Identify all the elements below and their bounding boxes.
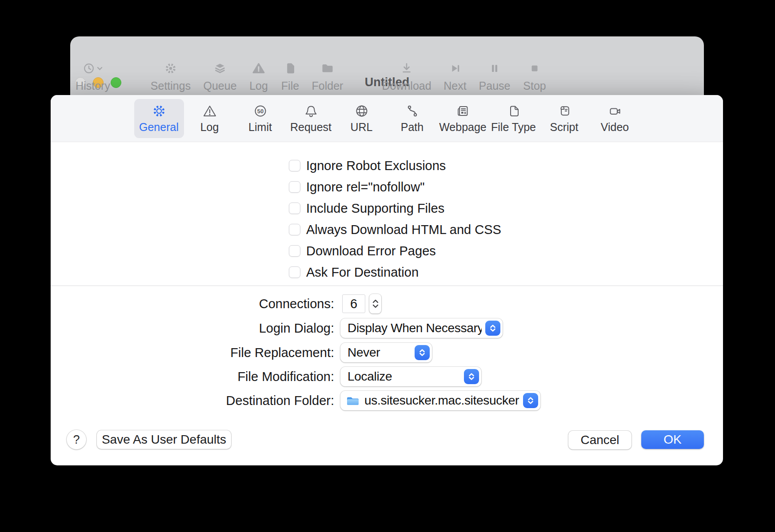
newspaper-icon (456, 104, 470, 118)
tab-url[interactable]: URL (337, 99, 387, 138)
ok-button[interactable]: OK (641, 430, 704, 449)
pause-icon (488, 61, 501, 75)
checkbox[interactable] (289, 224, 300, 235)
toolbar-label: Download (382, 79, 431, 92)
popup-chevrons-icon (485, 321, 500, 336)
toolbar-label: File (281, 79, 299, 92)
document-icon (284, 61, 297, 75)
checkbox-label: Ignore rel="nofollow" (306, 180, 424, 195)
tab-file-type[interactable]: File Type (489, 99, 539, 138)
toolbar-label: Settings (151, 79, 191, 92)
tab-label: Webpage (439, 121, 487, 134)
gear-icon (164, 61, 177, 75)
toolbar-item-stop[interactable]: Stop (506, 61, 563, 92)
popup-chevrons-icon (415, 345, 430, 360)
checkbox[interactable] (289, 181, 300, 193)
help-question-icon: ? (73, 433, 80, 447)
svg-text:50: 50 (257, 107, 263, 114)
settings-tabbar: General Log 50 Limit Request (51, 95, 723, 142)
point-to-point-icon (405, 104, 419, 118)
tab-request[interactable]: Request (286, 99, 336, 138)
destination-folder-popup[interactable]: us.sitesucker.mac.sitesucker (340, 391, 540, 410)
scroll-icon (557, 104, 571, 118)
tab-script[interactable]: Script (539, 99, 589, 138)
popup-chevrons-icon (464, 369, 479, 384)
tab-label: URL (350, 121, 372, 134)
checkbox-label: Always Download HTML and CSS (306, 222, 501, 237)
login-dialog-row: Login Dialog: Display When Necessary (51, 318, 503, 338)
popup-value: Never (348, 345, 411, 360)
tab-limit[interactable]: 50 Limit (236, 99, 285, 138)
skip-forward-icon (448, 61, 462, 75)
popup-value: us.sitesucker.mac.sitesucker (364, 393, 519, 408)
tab-webpage[interactable]: Webpage (438, 99, 488, 138)
popup-value: Localize (348, 369, 460, 384)
checkbox[interactable] (289, 266, 300, 278)
destination-folder-label: Destination Folder: (51, 393, 334, 408)
save-as-user-defaults-button[interactable]: Save As User Defaults (97, 430, 231, 449)
general-options: Ignore Robot Exclusions Ignore rel="nofo… (289, 155, 501, 283)
checkbox-label: Download Error Pages (306, 244, 436, 258)
stepper-up-icon (372, 298, 380, 303)
checkbox-label: Include Supporting Files (306, 201, 444, 216)
stop-icon (528, 61, 541, 75)
cancel-button[interactable]: Cancel (568, 431, 631, 449)
checkbox-row-include-supporting-files: Include Supporting Files (289, 198, 501, 219)
file-replacement-label: File Replacement: (51, 345, 334, 360)
login-dialog-popup[interactable]: Display When Necessary (340, 318, 503, 338)
checkbox[interactable] (289, 160, 300, 171)
tab-label: Log (200, 121, 219, 134)
folder-icon (346, 395, 360, 406)
file-modification-row: File Modification: Localize (51, 367, 481, 386)
warning-triangle-icon (203, 104, 217, 118)
checkbox-row-download-error-pages: Download Error Pages (289, 240, 501, 262)
tab-path[interactable]: Path (388, 99, 437, 138)
checkbox-row-ignore-robot-exclusions: Ignore Robot Exclusions (289, 155, 501, 176)
file-replacement-row: File Replacement: Never (51, 343, 432, 362)
connections-row: Connections: (51, 294, 381, 314)
checkbox-row-always-download-html-css: Always Download HTML and CSS (289, 219, 501, 240)
connections-input[interactable] (342, 294, 365, 313)
connections-stepper[interactable] (369, 294, 381, 314)
popup-value: Display When Necessary (348, 321, 482, 335)
gear-icon (152, 104, 166, 118)
download-arrow-icon (400, 61, 413, 75)
globe-icon (355, 104, 369, 118)
tab-video[interactable]: Video (590, 99, 640, 138)
toolbar-item-folder[interactable]: Folder (299, 61, 356, 92)
login-dialog-label: Login Dialog: (51, 321, 334, 336)
tab-log[interactable]: Log (185, 99, 235, 138)
connections-label: Connections: (51, 297, 334, 311)
checkbox[interactable] (289, 245, 300, 257)
tab-label: Script (550, 121, 579, 134)
checkbox-row-ignore-nofollow: Ignore rel="nofollow" (289, 176, 501, 198)
toolbar-label: Stop (523, 79, 546, 92)
checkbox-label: Ignore Robot Exclusions (306, 159, 446, 173)
tab-label: Request (290, 121, 332, 134)
video-camera-icon (608, 104, 622, 118)
bell-icon (304, 104, 318, 118)
toolbar-label: Next (443, 79, 466, 92)
tab-label: Limit (248, 121, 272, 134)
folder-icon (321, 61, 334, 75)
destination-folder-row: Destination Folder: us.sitesucker.mac.si… (51, 391, 540, 410)
toolbar-item-history[interactable]: History (64, 61, 122, 92)
help-button[interactable]: ? (67, 430, 86, 449)
section-divider (51, 286, 723, 286)
tab-label: File Type (491, 121, 536, 134)
chevron-down-icon (97, 67, 103, 71)
settings-sheet: General Log 50 Limit Request (51, 95, 723, 465)
toolbar-label: Folder (312, 79, 344, 92)
clock-icon (83, 61, 103, 75)
tab-label: Video (601, 121, 629, 134)
file-modification-popup[interactable]: Localize (340, 367, 481, 386)
layers-icon (213, 61, 227, 75)
file-replacement-popup[interactable]: Never (340, 343, 432, 362)
checkbox[interactable] (289, 202, 300, 214)
file-modification-label: File Modification: (51, 369, 334, 384)
tab-label: General (139, 121, 179, 134)
popup-chevrons-icon (523, 393, 538, 408)
checkbox-row-ask-for-destination: Ask For Destination (289, 262, 501, 283)
toolbar-label: History (76, 79, 110, 92)
tab-general[interactable]: General (134, 99, 184, 138)
